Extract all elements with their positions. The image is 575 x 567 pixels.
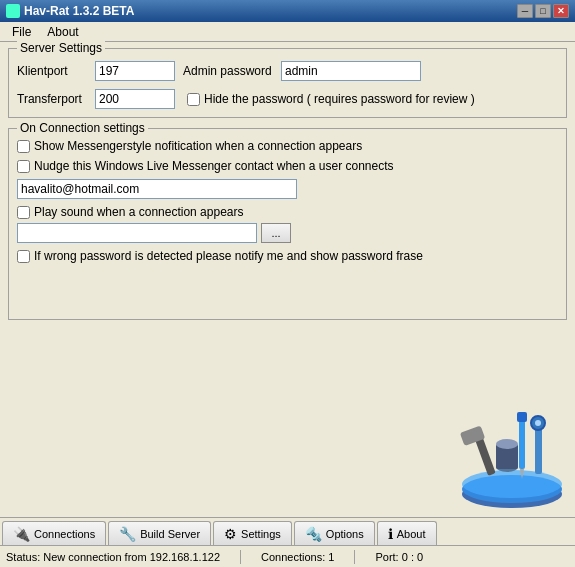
- options-icon: 🔩: [305, 526, 322, 542]
- email-input[interactable]: [17, 179, 297, 199]
- tab-connections-label: Connections: [34, 528, 95, 540]
- app-icon: [6, 4, 20, 18]
- tab-options[interactable]: 🔩 Options: [294, 521, 375, 545]
- klientport-label: Klientport: [17, 64, 87, 78]
- sound-file-input[interactable]: [17, 223, 257, 243]
- hide-pass-label: Hide the password ( requires password fo…: [204, 92, 475, 106]
- menu-file[interactable]: File: [4, 23, 39, 41]
- admin-pass-label: Admin password: [183, 64, 273, 78]
- play-sound-row: Play sound when a connection appears: [17, 205, 558, 219]
- status-divider-2: [354, 550, 355, 564]
- connection-settings-group: On Connection settings Show Messengersty…: [8, 128, 567, 320]
- minimize-button[interactable]: ─: [517, 4, 533, 18]
- port-text: Port: 0 : 0: [375, 551, 423, 563]
- tab-settings[interactable]: ⚙ Settings: [213, 521, 292, 545]
- wrong-pass-label: If wrong password is detected please not…: [34, 249, 423, 263]
- close-button[interactable]: ✕: [553, 4, 569, 18]
- connections-count: Connections: 1: [261, 551, 334, 563]
- status-divider-1: [240, 550, 241, 564]
- wrong-pass-row: If wrong password is detected please not…: [17, 249, 558, 263]
- tab-options-label: Options: [326, 528, 364, 540]
- title-bar: Hav-Rat 1.3.2 BETA ─ □ ✕: [0, 0, 575, 22]
- svg-point-2: [462, 470, 562, 498]
- hide-pass-checkbox[interactable]: [187, 93, 200, 106]
- svg-point-13: [496, 439, 518, 449]
- tab-build-server[interactable]: 🔧 Build Server: [108, 521, 211, 545]
- messenger-notif-row: Show Messengerstyle nofitication when a …: [17, 139, 558, 153]
- messenger-notif-label: Show Messengerstyle nofitication when a …: [34, 139, 362, 153]
- svg-rect-8: [535, 424, 542, 474]
- server-settings-group: Server Settings Klientport Admin passwor…: [8, 48, 567, 118]
- nudge-row: Nudge this Windows Live Messenger contac…: [17, 159, 558, 173]
- admin-pass-input[interactable]: [281, 61, 421, 81]
- nudge-label: Nudge this Windows Live Messenger contac…: [34, 159, 394, 173]
- server-settings-title: Server Settings: [17, 41, 105, 55]
- tab-bar: 🔌 Connections 🔧 Build Server ⚙ Settings …: [0, 517, 575, 545]
- klientport-row: Klientport Admin password: [17, 61, 558, 81]
- tab-build-server-label: Build Server: [140, 528, 200, 540]
- title-bar-controls: ─ □ ✕: [517, 4, 569, 18]
- tools-illustration: [457, 399, 567, 509]
- maximize-button[interactable]: □: [535, 4, 551, 18]
- play-sound-label: Play sound when a connection appears: [34, 205, 243, 219]
- wrong-pass-checkbox[interactable]: [17, 250, 30, 263]
- klientport-input[interactable]: [95, 61, 175, 81]
- settings-icon: ⚙: [224, 526, 237, 542]
- svg-point-10: [535, 420, 541, 426]
- tools-image-area: [0, 324, 575, 518]
- browse-button[interactable]: ...: [261, 223, 291, 243]
- status-text: Status: New connection from 192.168.1.12…: [6, 551, 220, 563]
- transferport-input[interactable]: [95, 89, 175, 109]
- menu-about[interactable]: About: [39, 23, 86, 41]
- play-sound-checkbox[interactable]: [17, 206, 30, 219]
- messenger-notif-checkbox[interactable]: [17, 140, 30, 153]
- tab-about-label: About: [397, 528, 426, 540]
- tab-settings-label: Settings: [241, 528, 281, 540]
- svg-rect-6: [517, 412, 527, 422]
- svg-rect-3: [475, 436, 496, 476]
- title-bar-left: Hav-Rat 1.3.2 BETA: [6, 4, 134, 18]
- transferport-label: Transferport: [17, 92, 87, 106]
- menu-bar: File About: [0, 22, 575, 42]
- svg-rect-5: [519, 414, 525, 469]
- hide-pass-row: Hide the password ( requires password fo…: [187, 92, 475, 106]
- status-bar: Status: New connection from 192.168.1.12…: [0, 545, 575, 567]
- transferport-row: Transferport Hide the password ( require…: [17, 89, 558, 109]
- build-server-icon: 🔧: [119, 526, 136, 542]
- connections-icon: 🔌: [13, 526, 30, 542]
- about-icon: ℹ: [388, 526, 393, 542]
- tab-about[interactable]: ℹ About: [377, 521, 437, 545]
- connection-settings-title: On Connection settings: [17, 121, 148, 135]
- app-title: Hav-Rat 1.3.2 BETA: [24, 4, 134, 18]
- tab-connections[interactable]: 🔌 Connections: [2, 521, 106, 545]
- nudge-checkbox[interactable]: [17, 160, 30, 173]
- window-body: Server Settings Klientport Admin passwor…: [0, 42, 575, 517]
